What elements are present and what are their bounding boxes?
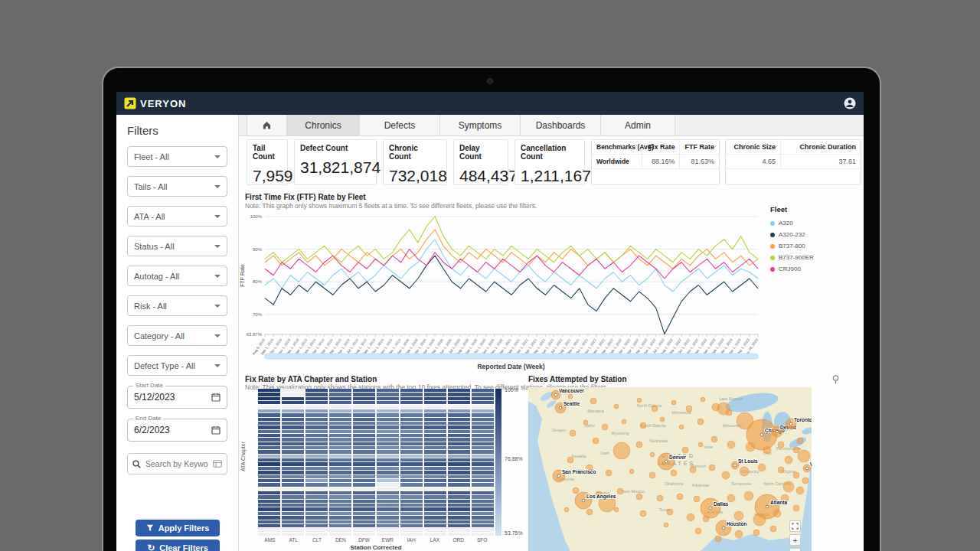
heatmap-cell[interactable] (329, 500, 351, 503)
heatmap-cell[interactable] (305, 389, 328, 392)
heatmap-cell[interactable] (329, 516, 351, 519)
heatmap-cell[interactable] (400, 430, 423, 433)
heatmap-cell[interactable] (400, 446, 423, 449)
keyboard-icon[interactable] (213, 460, 222, 468)
station-bubble[interactable] (613, 442, 630, 459)
heatmap-cell[interactable] (377, 413, 399, 416)
heatmap-cell[interactable] (377, 401, 399, 404)
series-B737-900ER[interactable] (265, 217, 758, 262)
heatmap-cell[interactable] (448, 467, 470, 470)
filter-defect-type-dropdown[interactable]: Defect Type - All (127, 355, 227, 376)
heatmap-cell[interactable] (305, 455, 328, 458)
start-date-field[interactable]: Start Date 5/12/2023 (127, 386, 227, 409)
heatmap-cell[interactable] (305, 450, 328, 453)
heatmap-cell[interactable] (424, 389, 446, 392)
heatmap-cell[interactable] (258, 495, 280, 498)
heatmap-cell[interactable] (400, 405, 423, 408)
station-bubble[interactable] (640, 510, 646, 517)
heatmap-cell[interactable] (400, 389, 423, 392)
heatmap-cell[interactable] (424, 462, 446, 465)
heatmap-cell[interactable] (400, 401, 423, 404)
calendar-icon[interactable] (211, 425, 220, 435)
heatmap-cell[interactable] (377, 507, 399, 510)
heatmap-cell[interactable] (424, 397, 446, 400)
heatmap-cell[interactable] (472, 409, 494, 412)
heatmap-cell[interactable] (472, 524, 494, 527)
station-bubble[interactable] (727, 494, 735, 502)
heatmap-cell[interactable] (377, 528, 399, 531)
heatmap-cell[interactable] (377, 438, 399, 441)
station-bubble[interactable] (606, 470, 612, 476)
filter-tails-dropdown[interactable]: Tails - All (127, 176, 227, 197)
heatmap-cell[interactable] (353, 467, 375, 470)
heatmap-cell[interactable] (282, 393, 304, 396)
heatmap-cell[interactable] (329, 520, 351, 523)
heatmap-cell[interactable] (472, 389, 494, 392)
heatmap-cell[interactable] (448, 504, 470, 507)
heatmap-cell[interactable] (329, 507, 351, 510)
heatmap-cell[interactable] (377, 495, 399, 498)
heatmap-cell[interactable] (400, 455, 423, 458)
stations-map[interactable]: OregonIdahoMontanaNorth DakotaSouth Dako… (528, 387, 812, 551)
heatmap-cell[interactable] (424, 393, 446, 396)
heatmap-cell[interactable] (329, 467, 351, 470)
heatmap-cell[interactable] (377, 487, 399, 491)
heatmap-cell[interactable] (258, 512, 280, 515)
apply-filters-button[interactable]: Apply Filters (136, 520, 220, 536)
heatmap-cell[interactable] (305, 413, 328, 416)
station-bubble[interactable] (698, 442, 703, 447)
station-bubble[interactable] (770, 526, 776, 532)
heatmap-cell[interactable] (424, 467, 446, 470)
heatmap-cell[interactable] (377, 430, 399, 433)
station-bubble[interactable] (567, 457, 573, 463)
station-bubble[interactable] (617, 488, 623, 494)
heatmap-cell[interactable] (353, 450, 375, 453)
heatmap-cell[interactable] (472, 528, 494, 531)
heatmap-cell[interactable] (472, 393, 494, 396)
heatmap-cell[interactable] (472, 467, 494, 470)
heatmap-cell[interactable] (258, 487, 280, 491)
station-bubble[interactable] (797, 438, 803, 444)
heatmap-cell[interactable] (258, 471, 280, 474)
heatmap-cell[interactable] (282, 487, 304, 491)
heatmap-cell[interactable] (353, 504, 375, 507)
account-icon[interactable] (844, 97, 856, 109)
station-bubble[interactable] (583, 420, 588, 425)
heatmap-cell[interactable] (353, 425, 375, 429)
heatmap-cell[interactable] (305, 504, 328, 507)
heatmap-cell[interactable] (424, 401, 446, 404)
heatmap-cell[interactable] (377, 479, 399, 482)
heatmap-cell[interactable] (377, 418, 399, 421)
heatmap-cell[interactable] (424, 487, 446, 491)
heatmap-cell[interactable] (400, 458, 423, 461)
station-bubble[interactable] (650, 452, 655, 457)
heatmap-cell[interactable] (282, 409, 304, 412)
heatmap-cell[interactable] (258, 422, 280, 425)
heatmap-cell[interactable] (353, 533, 375, 536)
heatmap-cell[interactable] (305, 533, 328, 536)
tab-chronics[interactable]: Chronics (287, 115, 360, 135)
station-bubble[interactable] (664, 523, 668, 527)
map-zoom-in-button[interactable]: + (789, 534, 801, 546)
heatmap-cell[interactable] (448, 471, 470, 474)
heatmap-cell[interactable] (305, 507, 328, 510)
heatmap-cell[interactable] (472, 430, 494, 433)
heatmap-cell[interactable] (282, 413, 304, 416)
heatmap-cell[interactable] (353, 520, 375, 523)
heatmap-cell[interactable] (448, 425, 470, 429)
heatmap-cell[interactable] (424, 495, 446, 498)
station-bubble[interactable] (622, 419, 626, 424)
heatmap-cell[interactable] (258, 405, 280, 408)
filter-fleet-dropdown[interactable]: Fleet - All (127, 146, 227, 167)
heatmap-cell[interactable] (282, 434, 304, 437)
station-bubble[interactable] (679, 425, 684, 429)
heatmap-cell[interactable] (258, 413, 280, 416)
heatmap-cell[interactable] (424, 458, 446, 461)
heatmap-cell[interactable] (305, 491, 328, 494)
station-bubble[interactable] (740, 467, 749, 476)
heatmap-cell[interactable] (448, 405, 470, 408)
heatmap-cell[interactable] (282, 516, 304, 519)
heatmap-cell[interactable] (258, 425, 280, 429)
legend-item-A320-232[interactable]: A320-232 (770, 231, 858, 238)
station-bubble[interactable] (697, 419, 704, 425)
